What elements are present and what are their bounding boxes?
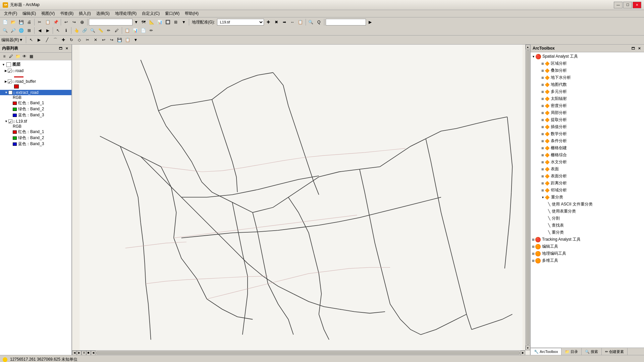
tool-density[interactable]: ⊞ 🔶 密度分析	[531, 102, 644, 109]
maximize-button[interactable]: ☐	[623, 2, 632, 8]
scroll-stop-btn[interactable]: ⏹	[86, 351, 91, 355]
zoom-in-btn[interactable]: 🔍	[1, 27, 9, 34]
tool-multidim[interactable]: ⊞ 🟠 多维工具	[531, 257, 644, 264]
toolbox-close-btn[interactable]: ✕	[637, 46, 642, 51]
map-btn5[interactable]: ⊞	[172, 18, 179, 26]
road-checkbox[interactable]: ✓	[8, 69, 12, 73]
menu-window[interactable]: 窗口(W)	[162, 10, 182, 17]
search-input[interactable]	[326, 19, 366, 25]
globe-btn[interactable]: 🌐	[17, 27, 25, 34]
toc-vis-btn[interactable]: 👁	[21, 53, 28, 59]
redo-button[interactable]: ↪	[70, 18, 78, 26]
tool-sa-expand[interactable]: ⊞	[541, 175, 544, 178]
select-btn[interactable]: ↖	[54, 27, 62, 34]
edit-arc[interactable]: ⌒	[52, 36, 59, 44]
undo-arrow[interactable]: ⊕	[78, 18, 86, 26]
toc-float-btn[interactable]: 🗔	[58, 46, 63, 51]
edit-tool-1[interactable]: ↖	[28, 36, 35, 44]
tool-lookup[interactable]: ╲ 查找表	[531, 222, 644, 229]
geo-btn5[interactable]: 📋	[297, 18, 304, 26]
tool-overlay[interactable]: ⊞ 🔶 叠加分析	[531, 67, 644, 74]
tool-ma-expand[interactable]: ⊞	[541, 83, 544, 86]
tool-zone-expand[interactable]: ⊞	[541, 62, 544, 65]
tab-arctoolbox[interactable]: 🔧 ArcToolbox	[531, 348, 561, 355]
tool-interp-expand[interactable]: ⊞	[541, 125, 544, 129]
tool-hydro[interactable]: ⊞ 🔶 水文分析	[531, 159, 644, 166]
scroll-left-btn[interactable]: ◀	[72, 351, 77, 355]
edit-pencil[interactable]: ╱	[44, 36, 51, 44]
tool-edit-expand[interactable]: ⊞	[532, 245, 535, 248]
tool-neighborhood[interactable]: ⊞ 🔶 邻域分析	[531, 187, 644, 194]
editor-btn[interactable]: ✏	[148, 27, 155, 34]
window-controls[interactable]: — ☐ ✕	[614, 2, 641, 8]
tool-cond-expand[interactable]: ⊞	[541, 139, 544, 143]
extract-road-expand[interactable]: ▼	[5, 91, 8, 94]
menu-select[interactable]: 选择(S)	[94, 10, 112, 17]
tool-local[interactable]: ⊞ 🔶 局部分析	[531, 109, 644, 116]
identify-btn[interactable]: 👆	[73, 27, 80, 34]
draw-btn[interactable]: ✏	[105, 27, 112, 34]
minimize-button[interactable]: —	[614, 2, 623, 8]
tool-dist-expand[interactable]: ⊞	[541, 182, 544, 185]
tool-extract[interactable]: ⊞ 🔶 提取分析	[531, 116, 644, 123]
close-button[interactable]: ✕	[633, 2, 641, 8]
tool-reclassify[interactable]: ╲ 重分类	[531, 229, 644, 236]
tool-zone-analysis[interactable]: ⊞ 🔶 区域分析	[531, 60, 644, 67]
toc-select-btn[interactable]: ▦	[28, 53, 34, 59]
edit-tool-2[interactable]: ▶	[36, 36, 43, 44]
tool-ascii-reclass[interactable]: ╲ 使用 ASCII 文件重分类	[531, 201, 644, 208]
tool-rg-expand[interactable]: ⊞	[541, 154, 544, 157]
scroll-up-btn[interactable]: ▲	[526, 45, 530, 49]
toolbox-float-btn[interactable]: 🗔	[631, 46, 636, 51]
menu-insert[interactable]: 插入(I)	[76, 10, 93, 17]
geo-btn3[interactable]: ➡	[281, 18, 288, 26]
menu-customize[interactable]: 自定义(C)	[139, 10, 162, 17]
tool-multivariate[interactable]: ⊞ 🔶 多元分析	[531, 88, 644, 95]
l19-expand[interactable]: ▼	[5, 120, 8, 123]
map-scrollbar-h[interactable]: ◀ ▶ ⏸ ⏹ ◀ ▶	[72, 350, 525, 355]
tool-tracking-expand[interactable]: ⊞	[532, 238, 535, 241]
save-button[interactable]: 💾	[17, 18, 25, 26]
report-btn[interactable]: 📄	[140, 27, 147, 34]
toc-source-btn[interactable]: 📁	[15, 53, 21, 59]
map-btn3[interactable]: 📊	[156, 18, 163, 26]
geo-btn7[interactable]: Q	[315, 18, 323, 26]
tool-reclass-group[interactable]: ▼ 🔶 重分类	[531, 194, 644, 201]
edit-redo2[interactable]: ↪	[108, 36, 115, 44]
table-btn[interactable]: 📋	[123, 27, 131, 34]
road-buffer-checkbox[interactable]: ✓	[8, 79, 12, 83]
tool-gw-expand[interactable]: ⊞	[541, 76, 544, 79]
layers-expand-icon[interactable]: ▼	[2, 63, 5, 66]
scale-btn[interactable]: ▼	[133, 18, 139, 26]
map-area[interactable]: ◀ ▶ ⏸ ⏹ ◀ ▶ ▲ ▼	[72, 45, 530, 355]
tool-edit-tools[interactable]: ⊞ 🟠 编辑工具	[531, 243, 644, 250]
tool-table-reclass[interactable]: ╲ 使用表重分类	[531, 208, 644, 215]
tool-surface[interactable]: ⊞ 🔶 表面	[531, 166, 644, 173]
l19-checkbox[interactable]: ✓	[8, 119, 12, 123]
hyperlink-btn[interactable]: 🔗	[81, 27, 88, 34]
geo-btn1[interactable]: ✚	[265, 18, 272, 26]
pan-left-btn[interactable]: ◀	[36, 27, 43, 34]
scroll-down-btn[interactable]: ▼	[526, 346, 530, 350]
edit-x[interactable]: ✕	[92, 36, 99, 44]
info-btn[interactable]: ℹ	[62, 27, 70, 34]
layer-road[interactable]: ▶ ✓ □ road	[0, 68, 71, 73]
menu-file[interactable]: 文件(F)	[1, 10, 20, 17]
zoom-out-btn[interactable]: 🔎	[9, 27, 17, 34]
tool-distance[interactable]: ⊞ 🔶 距离分析	[531, 180, 644, 187]
tool-math[interactable]: ⊞ 🔶 数学分析	[531, 130, 644, 137]
undo-button[interactable]: ↩	[62, 18, 70, 26]
tool-geocode-expand[interactable]: ⊞	[532, 252, 535, 255]
menu-help[interactable]: 帮助(H)	[182, 10, 201, 17]
menu-edit[interactable]: 编辑(E)	[20, 10, 39, 17]
tool-hydro-expand[interactable]: ⊞	[541, 161, 544, 164]
tool-map-algebra[interactable]: ⊞ 🔶 地图代数	[531, 81, 644, 88]
edit-save[interactable]: 💾	[116, 36, 123, 44]
layer-road-buffer[interactable]: ▶ ✓ □ road_buffer	[0, 79, 71, 84]
tool-math-expand[interactable]: ⊞	[541, 132, 544, 136]
scroll-pause-btn[interactable]: ⏸	[82, 351, 86, 355]
scale-dropdown[interactable]	[89, 19, 132, 25]
layer-l19[interactable]: ▼ ✓ □ L19.tif	[0, 119, 71, 124]
tool-interpolation[interactable]: ⊞ 🔶 插值分析	[531, 123, 644, 130]
editor-label[interactable]: 编辑器(R)▼	[1, 37, 23, 43]
